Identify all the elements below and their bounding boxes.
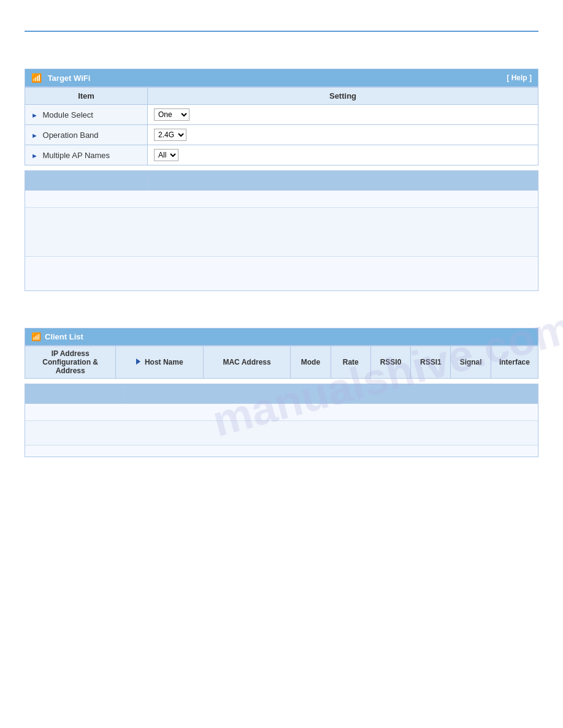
obscured-header-1: [25, 171, 538, 191]
obscured-header-col2: [148, 171, 538, 190]
table-row: ► Module Select One Two Three: [25, 105, 538, 125]
obscured-tall-row: [25, 208, 538, 257]
client-list-section: 📶 Client List IP Address Configuration &…: [25, 328, 538, 379]
operation-band-cell: 2.4G 5G: [148, 125, 538, 145]
col-item: Item: [25, 88, 148, 105]
bottom-obscured-col1: [25, 384, 123, 403]
col-rate: Rate: [331, 346, 370, 379]
col-rssi0: RSSI0: [370, 346, 410, 379]
col-rssi1: RSSI1: [411, 346, 451, 379]
multiple-ap-names-label: ► Multiple AP Names: [25, 145, 148, 165]
col-mode: Mode: [291, 346, 331, 379]
multiple-ap-names-dropdown[interactable]: All: [154, 149, 178, 161]
col-mac-address: MAC Address: [203, 346, 290, 379]
target-wifi-table: Item Setting ► Module Select One Two Thr…: [25, 87, 538, 165]
module-select-dropdown[interactable]: One Two Three: [154, 108, 190, 121]
obscured-section-1: [25, 170, 538, 291]
obscured-row-1: [25, 191, 538, 208]
module-select-cell: One Two Three: [148, 105, 538, 125]
table-row: ► Operation Band 2.4G 5G: [25, 125, 538, 145]
target-wifi-title: 📶 Target WiFi: [31, 73, 90, 83]
multiple-ap-names-cell: All: [148, 145, 538, 165]
col-interface: Interface: [491, 346, 538, 379]
col-ip-address: IP Address Configuration & Address: [25, 346, 116, 379]
bottom-obscured-header: [25, 384, 538, 404]
table-header-row: Item Setting: [25, 88, 538, 105]
target-wifi-section: 📶 Target WiFi [ Help ] Item Setting ► Mo…: [25, 69, 538, 165]
bottom-obscured-col2: [123, 384, 538, 403]
operation-band-label: ► Operation Band: [25, 125, 148, 145]
obscured-header-col1: [25, 171, 148, 190]
table-row: ► Multiple AP Names All: [25, 145, 538, 165]
bottom-obscured-section: [25, 384, 538, 457]
bottom-row-2: [25, 421, 538, 446]
client-list-title: Client List: [45, 332, 83, 341]
help-link[interactable]: [ Help ]: [507, 74, 532, 82]
target-wifi-header: 📶 Target WiFi [ Help ]: [25, 69, 538, 87]
row-arrow-icon: ►: [31, 152, 38, 159]
operation-band-dropdown[interactable]: 2.4G 5G: [154, 129, 186, 141]
row-arrow-icon: ►: [31, 132, 38, 139]
client-list-icon: 📶: [31, 332, 41, 341]
col-signal: Signal: [451, 346, 491, 379]
client-list-table: IP Address Configuration & Address Host …: [25, 346, 538, 379]
section-spacer: [25, 297, 538, 328]
col-host-name: Host Name: [116, 346, 203, 379]
bottom-row-3: [25, 446, 538, 457]
wifi-icon: 📶: [31, 73, 42, 83]
bottom-row-1: [25, 404, 538, 421]
row-arrow-icon: ►: [31, 112, 38, 119]
client-list-header: 📶 Client List: [25, 328, 538, 346]
obscured-medium-row: [25, 257, 538, 290]
arrow-right-icon: [136, 358, 140, 365]
client-table-header-row: IP Address Configuration & Address Host …: [25, 346, 538, 379]
module-select-label: ► Module Select: [25, 105, 148, 125]
top-divider: [25, 31, 538, 32]
col-setting: Setting: [148, 88, 538, 105]
